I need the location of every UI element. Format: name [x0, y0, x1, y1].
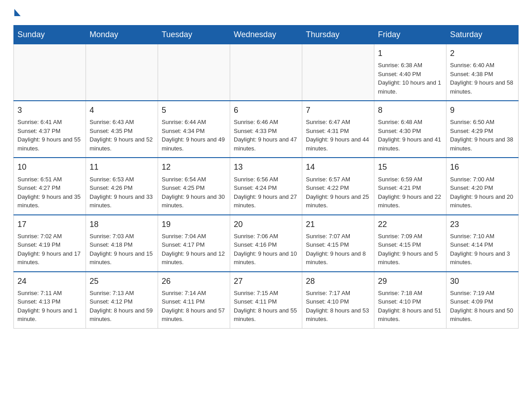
day-info: Sunrise: 6:47 AMSunset: 4:31 PMDaylight:…: [306, 118, 370, 153]
header-cell-sunday: Sunday: [14, 26, 86, 44]
calendar-header: SundayMondayTuesdayWednesdayThursdayFrid…: [14, 26, 519, 44]
calendar-week-1: 1Sunrise: 6:38 AMSunset: 4:40 PMDaylight…: [14, 44, 519, 101]
day-info: Sunrise: 7:07 AMSunset: 4:15 PMDaylight:…: [306, 232, 370, 267]
day-number: 28: [306, 276, 370, 287]
day-info: Sunrise: 7:03 AMSunset: 4:18 PMDaylight:…: [90, 232, 154, 267]
day-info: Sunrise: 6:41 AMSunset: 4:37 PMDaylight:…: [17, 118, 82, 153]
calendar-cell: 21Sunrise: 7:07 AMSunset: 4:15 PMDayligh…: [302, 215, 374, 272]
calendar-cell: 8Sunrise: 6:48 AMSunset: 4:30 PMDaylight…: [374, 101, 446, 158]
day-number: 13: [234, 162, 298, 173]
header-cell-monday: Monday: [86, 26, 158, 44]
calendar-cell: 18Sunrise: 7:03 AMSunset: 4:18 PMDayligh…: [86, 215, 158, 272]
day-info: Sunrise: 6:40 AMSunset: 4:38 PMDaylight:…: [450, 61, 515, 96]
calendar-cell: 1Sunrise: 6:38 AMSunset: 4:40 PMDaylight…: [374, 44, 446, 101]
day-number: 14: [306, 162, 370, 173]
day-info: Sunrise: 6:53 AMSunset: 4:26 PMDaylight:…: [90, 175, 154, 210]
calendar-cell: 4Sunrise: 6:43 AMSunset: 4:35 PMDaylight…: [86, 101, 158, 158]
day-info: Sunrise: 6:46 AMSunset: 4:33 PMDaylight:…: [234, 118, 298, 153]
day-info: Sunrise: 7:06 AMSunset: 4:16 PMDaylight:…: [234, 232, 298, 267]
day-info: Sunrise: 7:19 AMSunset: 4:09 PMDaylight:…: [450, 289, 515, 324]
day-number: 17: [17, 219, 82, 230]
calendar-cell: 15Sunrise: 6:59 AMSunset: 4:21 PMDayligh…: [374, 158, 446, 214]
calendar-cell: 20Sunrise: 7:06 AMSunset: 4:16 PMDayligh…: [230, 215, 302, 272]
calendar-table: SundayMondayTuesdayWednesdayThursdayFrid…: [13, 25, 519, 329]
page-header: [13, 9, 519, 17]
day-number: 21: [306, 219, 370, 230]
day-number: 5: [162, 105, 226, 116]
calendar-cell: 23Sunrise: 7:10 AMSunset: 4:14 PMDayligh…: [446, 215, 519, 272]
logo-arrow-icon: [14, 9, 21, 16]
day-info: Sunrise: 7:00 AMSunset: 4:20 PMDaylight:…: [450, 175, 515, 210]
calendar-cell: 27Sunrise: 7:15 AMSunset: 4:11 PMDayligh…: [230, 272, 302, 329]
calendar-cell: [230, 44, 302, 101]
header-cell-friday: Friday: [374, 26, 446, 44]
day-info: Sunrise: 6:59 AMSunset: 4:21 PMDaylight:…: [378, 175, 442, 210]
day-number: 23: [450, 219, 515, 230]
day-info: Sunrise: 7:10 AMSunset: 4:14 PMDaylight:…: [450, 232, 515, 267]
day-info: Sunrise: 7:13 AMSunset: 4:12 PMDaylight:…: [90, 289, 154, 324]
calendar-cell: [86, 44, 158, 101]
day-number: 22: [378, 219, 442, 230]
day-number: 20: [234, 219, 298, 230]
day-info: Sunrise: 7:04 AMSunset: 4:17 PMDaylight:…: [162, 232, 226, 267]
calendar-cell: 17Sunrise: 7:02 AMSunset: 4:19 PMDayligh…: [14, 215, 86, 272]
day-info: Sunrise: 6:43 AMSunset: 4:35 PMDaylight:…: [90, 118, 154, 153]
day-number: 26: [162, 276, 226, 287]
calendar-cell: 24Sunrise: 7:11 AMSunset: 4:13 PMDayligh…: [14, 272, 86, 329]
day-number: 12: [162, 162, 226, 173]
day-number: 29: [378, 276, 442, 287]
calendar-cell: 12Sunrise: 6:54 AMSunset: 4:25 PMDayligh…: [158, 158, 230, 214]
calendar-cell: 29Sunrise: 7:18 AMSunset: 4:10 PMDayligh…: [374, 272, 446, 329]
calendar-cell: 2Sunrise: 6:40 AMSunset: 4:38 PMDaylight…: [446, 44, 519, 101]
calendar-cell: 11Sunrise: 6:53 AMSunset: 4:26 PMDayligh…: [86, 158, 158, 214]
day-number: 7: [306, 105, 370, 116]
calendar-cell: [158, 44, 230, 101]
calendar-cell: 13Sunrise: 6:56 AMSunset: 4:24 PMDayligh…: [230, 158, 302, 214]
day-info: Sunrise: 6:48 AMSunset: 4:30 PMDaylight:…: [378, 118, 442, 153]
calendar-week-4: 17Sunrise: 7:02 AMSunset: 4:19 PMDayligh…: [14, 215, 519, 272]
calendar-cell: 22Sunrise: 7:09 AMSunset: 4:15 PMDayligh…: [374, 215, 446, 272]
day-number: 9: [450, 105, 515, 116]
day-info: Sunrise: 7:18 AMSunset: 4:10 PMDaylight:…: [378, 289, 442, 324]
calendar-cell: 25Sunrise: 7:13 AMSunset: 4:12 PMDayligh…: [86, 272, 158, 329]
day-number: 3: [17, 105, 82, 116]
day-info: Sunrise: 6:50 AMSunset: 4:29 PMDaylight:…: [450, 118, 515, 153]
day-number: 8: [378, 105, 442, 116]
day-number: 19: [162, 219, 226, 230]
header-cell-tuesday: Tuesday: [158, 26, 230, 44]
calendar-cell: 3Sunrise: 6:41 AMSunset: 4:37 PMDaylight…: [14, 101, 86, 158]
day-number: 2: [450, 48, 515, 59]
header-cell-thursday: Thursday: [302, 26, 374, 44]
calendar-week-3: 10Sunrise: 6:51 AMSunset: 4:27 PMDayligh…: [14, 158, 519, 214]
day-number: 25: [90, 276, 154, 287]
calendar-cell: 26Sunrise: 7:14 AMSunset: 4:11 PMDayligh…: [158, 272, 230, 329]
day-number: 27: [234, 276, 298, 287]
day-number: 10: [17, 162, 82, 173]
calendar-week-2: 3Sunrise: 6:41 AMSunset: 4:37 PMDaylight…: [14, 101, 519, 158]
day-info: Sunrise: 7:17 AMSunset: 4:10 PMDaylight:…: [306, 289, 370, 324]
day-info: Sunrise: 7:09 AMSunset: 4:15 PMDaylight:…: [378, 232, 442, 267]
calendar-cell: 9Sunrise: 6:50 AMSunset: 4:29 PMDaylight…: [446, 101, 519, 158]
calendar-cell: 28Sunrise: 7:17 AMSunset: 4:10 PMDayligh…: [302, 272, 374, 329]
day-number: 4: [90, 105, 154, 116]
calendar-cell: 6Sunrise: 6:46 AMSunset: 4:33 PMDaylight…: [230, 101, 302, 158]
header-cell-saturday: Saturday: [446, 26, 519, 44]
calendar-cell: 16Sunrise: 7:00 AMSunset: 4:20 PMDayligh…: [446, 158, 519, 214]
day-number: 30: [450, 276, 515, 287]
day-number: 16: [450, 162, 515, 173]
logo: [13, 9, 21, 17]
day-number: 6: [234, 105, 298, 116]
day-info: Sunrise: 7:15 AMSunset: 4:11 PMDaylight:…: [234, 289, 298, 324]
calendar-cell: 14Sunrise: 6:57 AMSunset: 4:22 PMDayligh…: [302, 158, 374, 214]
day-number: 24: [17, 276, 82, 287]
calendar-cell: [14, 44, 86, 101]
day-info: Sunrise: 6:44 AMSunset: 4:34 PMDaylight:…: [162, 118, 226, 153]
day-number: 15: [378, 162, 442, 173]
calendar-cell: 7Sunrise: 6:47 AMSunset: 4:31 PMDaylight…: [302, 101, 374, 158]
day-info: Sunrise: 7:02 AMSunset: 4:19 PMDaylight:…: [17, 232, 82, 267]
header-cell-wednesday: Wednesday: [230, 26, 302, 44]
day-info: Sunrise: 6:38 AMSunset: 4:40 PMDaylight:…: [378, 61, 442, 96]
day-info: Sunrise: 6:57 AMSunset: 4:22 PMDaylight:…: [306, 175, 370, 210]
calendar-cell: 30Sunrise: 7:19 AMSunset: 4:09 PMDayligh…: [446, 272, 519, 329]
day-info: Sunrise: 7:14 AMSunset: 4:11 PMDaylight:…: [162, 289, 226, 324]
